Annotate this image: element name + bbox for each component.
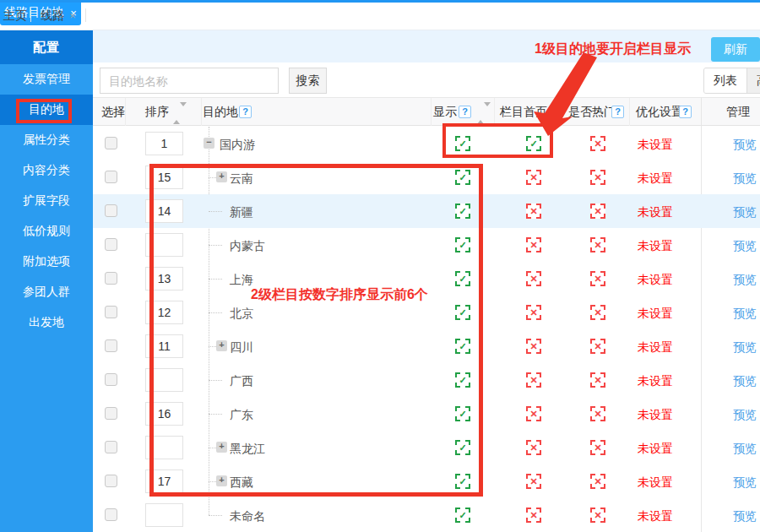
sidebar-item-属性分类[interactable]: 属性分类 (0, 125, 93, 155)
sort-input[interactable] (145, 470, 183, 493)
sort-input[interactable] (145, 199, 183, 223)
show-toggle-icon-checked[interactable]: ✓ (455, 237, 470, 252)
hot-toggle-icon-unchecked[interactable]: ✕ (590, 406, 605, 421)
optimize-settings-link[interactable]: 未设置 (633, 374, 677, 389)
row-checkbox[interactable] (105, 306, 117, 318)
hot-toggle-icon-unchecked[interactable]: ✕ (590, 237, 605, 252)
column-home-toggle-icon-unchecked[interactable]: ✕ (526, 372, 541, 388)
column-home-toggle-icon-unchecked[interactable]: ✕ (526, 508, 541, 523)
show-toggle-icon-checked[interactable]: ✓ (455, 136, 470, 151)
show-toggle-icon-checked[interactable]: ✓ (455, 372, 470, 388)
hot-toggle-icon-unchecked[interactable]: ✕ (590, 271, 605, 286)
optimize-settings-link[interactable]: 未设置 (633, 340, 677, 356)
row-checkbox[interactable] (105, 238, 117, 251)
preview-link[interactable]: 预览 (730, 442, 759, 457)
preview-link[interactable]: 预览 (730, 307, 759, 322)
sidebar-item-扩展字段[interactable]: 扩展字段 (0, 186, 93, 216)
show-toggle-icon-checked[interactable]: ✓ (455, 271, 470, 286)
show-toggle-icon-checked[interactable]: ✓ (455, 305, 470, 320)
preview-link[interactable]: 预览 (730, 239, 759, 254)
optimize-settings-link[interactable]: 未设置 (633, 442, 677, 457)
sort-input[interactable] (145, 166, 183, 189)
help-icon[interactable]: ? (679, 106, 692, 118)
preview-link[interactable]: 预览 (730, 340, 759, 356)
sort-input[interactable] (145, 132, 183, 155)
optimize-settings-link[interactable]: 未设置 (633, 171, 677, 187)
show-toggle-icon-checked[interactable]: ✓ (455, 508, 470, 523)
sort-input[interactable] (145, 267, 183, 290)
show-toggle-icon-checked[interactable]: ✓ (455, 406, 470, 421)
hot-toggle-icon-unchecked[interactable]: ✕ (590, 204, 605, 219)
optimize-settings-link[interactable]: 未设置 (633, 408, 677, 423)
sidebar-item-出发地[interactable]: 出发地 (0, 307, 93, 338)
sidebar-item-发票管理[interactable]: 发票管理 (0, 64, 93, 95)
column-home-toggle-icon-unchecked[interactable]: ✕ (526, 204, 541, 219)
hot-toggle-icon-unchecked[interactable]: ✕ (590, 508, 605, 523)
hot-toggle-icon-unchecked[interactable]: ✕ (590, 136, 605, 151)
preview-link[interactable]: 预览 (730, 374, 759, 389)
row-checkbox[interactable] (105, 171, 117, 183)
preview-link[interactable]: 预览 (730, 205, 759, 220)
sidebar-item-内容分类[interactable]: 内容分类 (0, 155, 93, 186)
hot-toggle-icon-unchecked[interactable]: ✕ (590, 305, 605, 320)
preview-link[interactable]: 预览 (730, 475, 759, 491)
hot-toggle-icon-unchecked[interactable]: ✕ (590, 474, 605, 489)
show-toggle-icon-checked[interactable]: ✓ (455, 170, 470, 185)
optimize-settings-link[interactable]: 未设置 (633, 273, 677, 288)
show-toggle-icon-checked[interactable]: ✓ (455, 204, 470, 219)
expand-icon[interactable]: + (216, 171, 227, 182)
row-checkbox[interactable] (105, 204, 117, 217)
view-button-高级[interactable]: 高级 (747, 68, 760, 93)
preview-link[interactable]: 预览 (730, 171, 759, 187)
sort-input[interactable] (145, 233, 183, 257)
row-checkbox[interactable] (105, 508, 117, 521)
hot-toggle-icon-unchecked[interactable]: ✕ (590, 339, 605, 354)
column-home-toggle-icon-unchecked[interactable]: ✕ (526, 305, 541, 320)
search-input[interactable] (100, 68, 279, 94)
sort-input[interactable] (145, 402, 183, 426)
show-toggle-icon-checked[interactable]: ✓ (455, 474, 470, 489)
sort-input[interactable] (145, 368, 183, 392)
preview-link[interactable]: 预览 (730, 138, 759, 153)
preview-link[interactable]: 预览 (730, 509, 759, 524)
sidebar-item-附加选项[interactable]: 附加选项 (0, 247, 93, 277)
optimize-settings-link[interactable]: 未设置 (633, 307, 677, 322)
show-toggle-icon-checked[interactable]: ✓ (455, 339, 470, 354)
help-icon[interactable]: ? (239, 106, 252, 118)
column-home-toggle-icon-unchecked[interactable]: ✕ (526, 406, 541, 421)
sidebar-item-低价规则[interactable]: 低价规则 (0, 216, 93, 247)
view-button-列表[interactable]: 列表 (704, 68, 747, 93)
column-home-toggle-icon-unchecked[interactable]: ✕ (526, 271, 541, 286)
preview-link[interactable]: 预览 (730, 273, 759, 288)
refresh-button[interactable]: 刷新 (711, 37, 760, 62)
collapse-icon[interactable]: − (204, 138, 214, 149)
row-checkbox[interactable] (105, 272, 117, 285)
row-checkbox[interactable] (105, 407, 117, 420)
row-checkbox[interactable] (105, 137, 117, 149)
sort-toggle-icon[interactable] (477, 106, 485, 120)
column-home-toggle-icon-checked[interactable]: ✓ (526, 136, 541, 151)
close-icon[interactable]: × (69, 9, 76, 22)
hot-toggle-icon-unchecked[interactable]: ✕ (590, 440, 605, 455)
hot-toggle-icon-unchecked[interactable]: ✕ (590, 372, 605, 388)
sort-input[interactable] (145, 436, 183, 459)
sidebar-item-参团人群[interactable]: 参团人群 (0, 277, 93, 307)
column-home-toggle-icon-unchecked[interactable]: ✕ (526, 440, 541, 455)
sidebar-item-目的地[interactable]: 目的地 (0, 95, 93, 125)
show-toggle-icon-checked[interactable]: ✓ (455, 440, 470, 455)
optimize-settings-link[interactable]: 未设置 (633, 205, 677, 220)
help-icon[interactable]: ? (611, 106, 624, 118)
row-checkbox[interactable] (105, 475, 117, 487)
sort-input[interactable] (145, 503, 183, 527)
search-button[interactable]: 搜索 (289, 68, 327, 94)
preview-link[interactable]: 预览 (730, 408, 759, 423)
optimize-settings-link[interactable]: 未设置 (633, 138, 677, 153)
optimize-settings-link[interactable]: 未设置 (633, 475, 677, 491)
tab-route[interactable]: 线路× (31, 3, 85, 29)
sort-input[interactable] (145, 334, 183, 358)
sort-input[interactable] (145, 301, 183, 324)
help-icon[interactable]: ? (459, 106, 471, 118)
row-checkbox[interactable] (105, 339, 117, 352)
column-home-toggle-icon-unchecked[interactable]: ✕ (526, 339, 541, 354)
hot-toggle-icon-unchecked[interactable]: ✕ (590, 170, 605, 185)
